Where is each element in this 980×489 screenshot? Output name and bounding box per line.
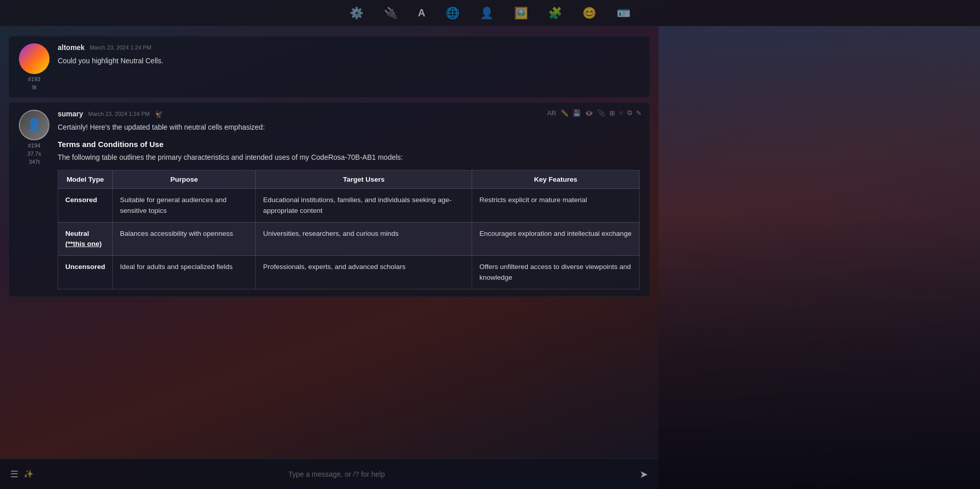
message-text: Could you highlight Neutral Cells. <box>58 56 640 66</box>
copy-icon[interactable]: ⧉ <box>627 109 632 117</box>
description-text: The following table outlines the primary… <box>58 152 640 163</box>
section-title: Terms and Conditions of Use <box>58 140 640 149</box>
save-icon[interactable]: 💾 <box>573 109 581 117</box>
message-block-sumary: AR ✏️ 💾 👁️ 📎 ⊞ ⑂ ⧉ ✎ 👤 #194 37.7s <box>8 102 650 297</box>
pencil-icon[interactable]: ✎ <box>636 109 642 117</box>
message-block: #193 9t altomek March 23, 2024 1:24 PM C… <box>8 36 650 98</box>
edit-icon[interactable]: ✏️ <box>560 109 569 117</box>
input-left-icons: ☰ ✨ <box>10 469 34 480</box>
message-stat: 9t <box>32 84 36 90</box>
avatar-col-sumary: 👤 #194 37.7s 347t <box>19 110 50 165</box>
message-number: #193 <box>28 76 40 82</box>
view-icon[interactable]: 👁️ <box>585 109 593 117</box>
avatar-sumary: 👤 <box>19 110 50 140</box>
plug-icon[interactable]: 🔌 <box>384 7 398 20</box>
sliders-icon[interactable]: ⚙️ <box>350 7 363 20</box>
table-row-censored: Censored Suitable for general audiences … <box>58 189 640 223</box>
purpose-neutral: Balances accessibility with openness <box>113 222 256 256</box>
input-field-wrap[interactable] <box>42 470 631 478</box>
user-gear-icon[interactable]: 👤 <box>480 7 494 20</box>
right-scenic-panel <box>658 27 980 489</box>
users-neutral: Universities, researchers, and curious m… <box>256 222 472 256</box>
message-input[interactable] <box>42 470 631 478</box>
features-neutral: Encourages exploration and intellectual … <box>472 222 640 256</box>
toolbar: ⚙️ 🔌 A 🌐 👤 🖼️ 🧩 😊 🪪 <box>0 0 980 27</box>
col-header-users: Target Users <box>256 170 472 189</box>
col-header-model: Model Type <box>58 170 113 189</box>
branch-icon[interactable]: ⑂ <box>619 109 623 117</box>
purpose-uncensored: Ideal for adults and specialized fields <box>113 256 256 289</box>
purpose-censored: Suitable for general audiences and sensi… <box>113 189 256 223</box>
attachment-icon[interactable]: 📎 <box>597 109 605 117</box>
model-type-censored: Censored <box>58 189 113 223</box>
timestamp-sumary: March 23, 2024 1:24 PM <box>88 111 150 117</box>
message-header: altomek March 23, 2024 1:24 PM <box>58 43 640 52</box>
message-actions: AR ✏️ 💾 👁️ 📎 ⊞ ⑂ ⧉ ✎ <box>547 109 642 117</box>
chat-area: #193 9t altomek March 23, 2024 1:24 PM C… <box>0 27 658 489</box>
puzzle-icon[interactable]: 🧩 <box>548 7 562 20</box>
input-bar: ☰ ✨ ➤ <box>0 458 658 489</box>
send-button[interactable]: ➤ <box>640 468 648 480</box>
users-uncensored: Professionals, experts, and advanced sch… <box>256 256 472 289</box>
username-sumary: sumary <box>58 110 83 118</box>
scenic-background <box>658 27 980 489</box>
message-stat-1: 37.7s <box>28 151 41 157</box>
timestamp: March 23, 2024 1:24 PM <box>90 44 151 51</box>
emoji-icon[interactable]: 😊 <box>582 7 596 20</box>
message-intro-text: Certainly! Here's the updated table with… <box>58 122 640 133</box>
menu-icon[interactable]: ☰ <box>10 469 18 480</box>
model-type-neutral: Neutral (**this one) <box>58 222 113 256</box>
col-header-purpose: Purpose <box>113 170 256 189</box>
main-content: #193 9t altomek March 23, 2024 1:24 PM C… <box>0 27 980 489</box>
bot-icon: 🦅 <box>155 110 163 118</box>
avatar-col: #193 9t <box>19 43 50 90</box>
message-stat-2: 347t <box>29 159 39 165</box>
model-type-uncensored: Uncensored <box>58 256 113 289</box>
username: altomek <box>58 43 85 52</box>
messages-container[interactable]: #193 9t altomek March 23, 2024 1:24 PM C… <box>0 27 658 458</box>
neutral-this-label: (**this one) <box>65 240 102 248</box>
font-icon[interactable]: A <box>418 7 425 19</box>
magic-edit-icon[interactable]: ✨ <box>23 469 34 479</box>
ar-icon[interactable]: AR <box>547 109 556 117</box>
id-card-icon[interactable]: 🪪 <box>617 7 630 20</box>
col-header-features: Key Features <box>472 170 640 189</box>
message-body: altomek March 23, 2024 1:24 PM Could you… <box>58 43 640 66</box>
globe-icon[interactable]: 🌐 <box>446 7 459 20</box>
image-grid-icon[interactable]: ⊞ <box>609 109 615 117</box>
avatar <box>19 43 50 74</box>
table-row-neutral: Neutral (**this one) Balances accessibil… <box>58 222 640 256</box>
table-row-uncensored: Uncensored Ideal for adults and speciali… <box>58 256 640 289</box>
features-uncensored: Offers unfiltered access to diverse view… <box>472 256 640 289</box>
message-body-sumary: sumary March 23, 2024 1:24 PM 🦅 Certainl… <box>58 110 640 289</box>
message-number-sumary: #194 <box>28 142 40 149</box>
features-censored: Restricts explicit or mature material <box>472 189 640 223</box>
image-icon[interactable]: 🖼️ <box>514 7 528 20</box>
users-censored: Educational institutions, families, and … <box>256 189 472 223</box>
neutral-label: Neutral <box>65 230 89 237</box>
model-table: Model Type Purpose Target Users Key Feat… <box>58 170 640 289</box>
